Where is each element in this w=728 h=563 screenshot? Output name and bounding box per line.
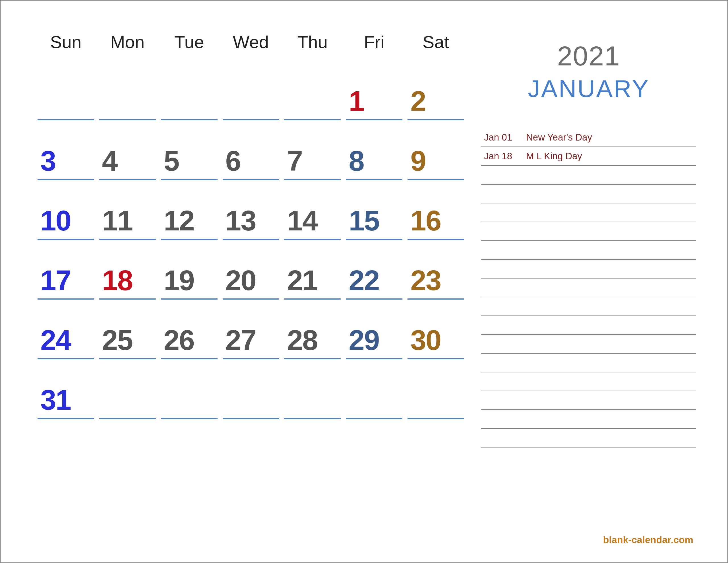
note-line [481,316,696,335]
day-cell [408,359,464,419]
day-number: 20 [226,266,256,295]
day-number: 1 [349,87,364,115]
day-cell: 31 [38,359,94,419]
day-number: 12 [164,206,194,235]
day-number: 26 [164,326,194,354]
day-number: 22 [349,266,379,295]
day-number: 29 [349,326,379,354]
day-number: 6 [226,146,241,175]
day-cell [161,66,218,120]
day-number: 16 [410,206,441,235]
day-cell: 4 [99,120,156,180]
day-cell: 17 [38,240,94,300]
day-number: 4 [102,146,117,175]
note-line [481,410,696,429]
day-number: 9 [410,146,426,175]
day-cell: 9 [408,120,464,180]
dow-header-row: SunMonTueWedThuFriSat [38,29,464,61]
day-cell: 18 [99,240,156,300]
day-cell [223,66,279,120]
day-number: 19 [164,266,194,295]
week-row: 24252627282930 [38,300,464,359]
note-line [481,260,696,278]
day-number: 5 [164,146,179,175]
side-panel: 2021 JANUARY Jan 01New Year's DayJan 18M… [481,29,696,543]
calendar-sheet: SunMonTueWedThuFriSat 123456789101112131… [0,0,728,563]
day-cell: 10 [38,180,94,240]
day-cell: 14 [284,180,341,240]
note-line [481,203,696,222]
footer-credit: blank-calendar.com [603,534,693,545]
day-number: 8 [349,146,364,175]
day-cell: 29 [346,300,402,359]
year-title: 2021 [481,40,696,72]
day-cell: 22 [346,240,402,300]
dow-wed: Wed [223,29,279,61]
holiday-date: Jan 01 [484,132,518,143]
day-number: 31 [40,386,71,414]
day-number: 24 [40,326,71,354]
week-row: 3456789 [38,120,464,180]
note-line [481,297,696,316]
day-cell: 11 [99,180,156,240]
day-cell: 24 [38,300,94,359]
calendar-grid: SunMonTueWedThuFriSat 123456789101112131… [38,29,464,543]
day-cell: 30 [408,300,464,359]
day-number: 27 [226,326,256,354]
holidays-list: Jan 01New Year's DayJan 18M L King Day [481,128,696,166]
day-number: 11 [102,206,133,235]
note-line [481,185,696,203]
day-cell [38,66,94,120]
day-cell: 23 [408,240,464,300]
day-cell: 12 [161,180,218,240]
day-cell [161,359,218,419]
note-line [481,222,696,241]
day-number: 13 [226,206,256,235]
holiday-row: Jan 01New Year's Day [481,128,696,147]
day-cell: 6 [223,120,279,180]
note-line [481,335,696,354]
note-line [481,373,696,391]
dow-tue: Tue [161,29,218,61]
holiday-row: Jan 18M L King Day [481,147,696,166]
day-cell: 8 [346,120,402,180]
day-number: 7 [287,146,302,175]
day-cell: 19 [161,240,218,300]
day-cell: 15 [346,180,402,240]
day-cell [284,66,341,120]
month-title: JANUARY [481,74,696,103]
day-cell: 28 [284,300,341,359]
day-cell [346,359,402,419]
week-row: 31 [38,359,464,419]
day-cell: 26 [161,300,218,359]
day-number: 10 [40,206,71,235]
note-line [481,429,696,448]
note-line [481,391,696,410]
day-number: 25 [102,326,133,354]
note-lines [481,166,696,448]
day-number: 14 [287,206,317,235]
day-number: 15 [349,206,379,235]
note-line [481,354,696,373]
holiday-date: Jan 18 [484,151,518,161]
day-number: 28 [287,326,317,354]
day-number: 21 [287,266,317,295]
dow-fri: Fri [346,29,402,61]
dow-thu: Thu [284,29,341,61]
day-cell [99,66,156,120]
holiday-name: M L King Day [526,151,696,161]
day-cell: 13 [223,180,279,240]
day-cell [284,359,341,419]
week-row: 17181920212223 [38,240,464,300]
holiday-name: New Year's Day [526,132,696,143]
layout-row: SunMonTueWedThuFriSat 123456789101112131… [38,29,696,543]
day-number: 18 [102,266,133,295]
note-line [481,166,696,185]
day-cell: 1 [346,66,402,120]
day-cell: 5 [161,120,218,180]
week-row: 12 [38,66,464,120]
day-cell: 7 [284,120,341,180]
day-cell: 21 [284,240,341,300]
day-number: 3 [40,146,56,175]
day-cell: 25 [99,300,156,359]
